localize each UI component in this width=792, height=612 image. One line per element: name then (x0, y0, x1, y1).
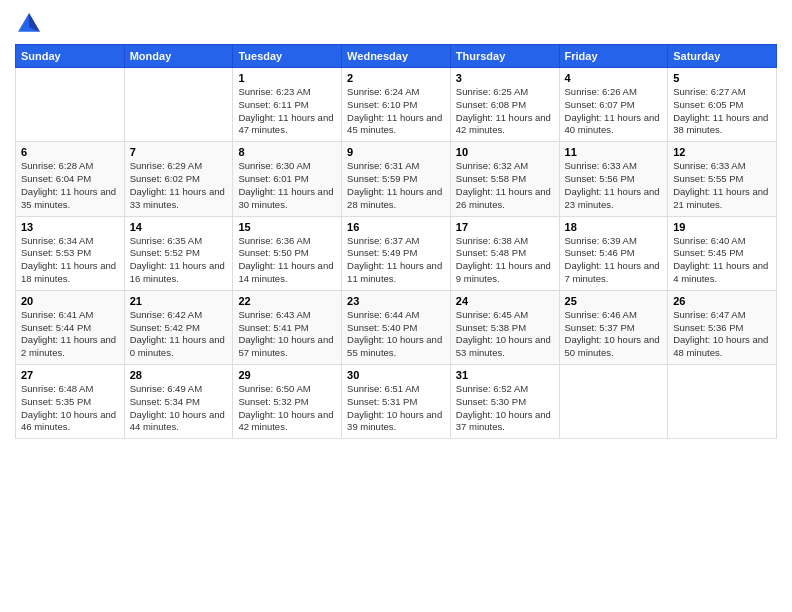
day-number: 1 (238, 72, 336, 84)
week-row-4: 20Sunrise: 6:41 AM Sunset: 5:44 PM Dayli… (16, 290, 777, 364)
header (15, 10, 777, 38)
logo-icon (15, 10, 43, 38)
day-info: Sunrise: 6:27 AM Sunset: 6:05 PM Dayligh… (673, 86, 771, 137)
day-cell: 2Sunrise: 6:24 AM Sunset: 6:10 PM Daylig… (342, 68, 451, 142)
col-header-wednesday: Wednesday (342, 45, 451, 68)
day-cell: 5Sunrise: 6:27 AM Sunset: 6:05 PM Daylig… (668, 68, 777, 142)
day-number: 3 (456, 72, 554, 84)
day-number: 4 (565, 72, 663, 84)
day-number: 16 (347, 221, 445, 233)
day-info: Sunrise: 6:39 AM Sunset: 5:46 PM Dayligh… (565, 235, 663, 286)
day-number: 18 (565, 221, 663, 233)
day-number: 12 (673, 146, 771, 158)
day-cell: 10Sunrise: 6:32 AM Sunset: 5:58 PM Dayli… (450, 142, 559, 216)
day-cell: 4Sunrise: 6:26 AM Sunset: 6:07 PM Daylig… (559, 68, 668, 142)
day-info: Sunrise: 6:43 AM Sunset: 5:41 PM Dayligh… (238, 309, 336, 360)
day-cell: 19Sunrise: 6:40 AM Sunset: 5:45 PM Dayli… (668, 216, 777, 290)
day-info: Sunrise: 6:23 AM Sunset: 6:11 PM Dayligh… (238, 86, 336, 137)
day-number: 2 (347, 72, 445, 84)
day-number: 29 (238, 369, 336, 381)
day-number: 27 (21, 369, 119, 381)
day-number: 5 (673, 72, 771, 84)
day-info: Sunrise: 6:29 AM Sunset: 6:02 PM Dayligh… (130, 160, 228, 211)
day-cell (668, 365, 777, 439)
day-number: 24 (456, 295, 554, 307)
day-number: 13 (21, 221, 119, 233)
day-info: Sunrise: 6:37 AM Sunset: 5:49 PM Dayligh… (347, 235, 445, 286)
day-number: 20 (21, 295, 119, 307)
col-header-monday: Monday (124, 45, 233, 68)
day-number: 26 (673, 295, 771, 307)
day-info: Sunrise: 6:28 AM Sunset: 6:04 PM Dayligh… (21, 160, 119, 211)
day-number: 9 (347, 146, 445, 158)
day-number: 17 (456, 221, 554, 233)
day-cell: 29Sunrise: 6:50 AM Sunset: 5:32 PM Dayli… (233, 365, 342, 439)
day-cell: 13Sunrise: 6:34 AM Sunset: 5:53 PM Dayli… (16, 216, 125, 290)
day-cell (559, 365, 668, 439)
day-cell: 31Sunrise: 6:52 AM Sunset: 5:30 PM Dayli… (450, 365, 559, 439)
day-cell: 3Sunrise: 6:25 AM Sunset: 6:08 PM Daylig… (450, 68, 559, 142)
day-cell (16, 68, 125, 142)
day-number: 19 (673, 221, 771, 233)
day-info: Sunrise: 6:48 AM Sunset: 5:35 PM Dayligh… (21, 383, 119, 434)
day-cell: 20Sunrise: 6:41 AM Sunset: 5:44 PM Dayli… (16, 290, 125, 364)
day-cell: 14Sunrise: 6:35 AM Sunset: 5:52 PM Dayli… (124, 216, 233, 290)
col-header-sunday: Sunday (16, 45, 125, 68)
day-number: 14 (130, 221, 228, 233)
day-number: 10 (456, 146, 554, 158)
day-info: Sunrise: 6:52 AM Sunset: 5:30 PM Dayligh… (456, 383, 554, 434)
day-info: Sunrise: 6:35 AM Sunset: 5:52 PM Dayligh… (130, 235, 228, 286)
day-cell: 28Sunrise: 6:49 AM Sunset: 5:34 PM Dayli… (124, 365, 233, 439)
day-number: 22 (238, 295, 336, 307)
day-cell: 9Sunrise: 6:31 AM Sunset: 5:59 PM Daylig… (342, 142, 451, 216)
day-info: Sunrise: 6:41 AM Sunset: 5:44 PM Dayligh… (21, 309, 119, 360)
day-info: Sunrise: 6:33 AM Sunset: 5:56 PM Dayligh… (565, 160, 663, 211)
day-info: Sunrise: 6:30 AM Sunset: 6:01 PM Dayligh… (238, 160, 336, 211)
day-cell: 15Sunrise: 6:36 AM Sunset: 5:50 PM Dayli… (233, 216, 342, 290)
day-info: Sunrise: 6:31 AM Sunset: 5:59 PM Dayligh… (347, 160, 445, 211)
day-cell: 30Sunrise: 6:51 AM Sunset: 5:31 PM Dayli… (342, 365, 451, 439)
day-cell (124, 68, 233, 142)
day-cell: 1Sunrise: 6:23 AM Sunset: 6:11 PM Daylig… (233, 68, 342, 142)
day-number: 7 (130, 146, 228, 158)
col-header-thursday: Thursday (450, 45, 559, 68)
day-info: Sunrise: 6:50 AM Sunset: 5:32 PM Dayligh… (238, 383, 336, 434)
day-cell: 23Sunrise: 6:44 AM Sunset: 5:40 PM Dayli… (342, 290, 451, 364)
page: SundayMondayTuesdayWednesdayThursdayFrid… (0, 0, 792, 612)
day-number: 30 (347, 369, 445, 381)
week-row-3: 13Sunrise: 6:34 AM Sunset: 5:53 PM Dayli… (16, 216, 777, 290)
day-info: Sunrise: 6:42 AM Sunset: 5:42 PM Dayligh… (130, 309, 228, 360)
day-info: Sunrise: 6:36 AM Sunset: 5:50 PM Dayligh… (238, 235, 336, 286)
day-cell: 8Sunrise: 6:30 AM Sunset: 6:01 PM Daylig… (233, 142, 342, 216)
col-header-tuesday: Tuesday (233, 45, 342, 68)
day-cell: 11Sunrise: 6:33 AM Sunset: 5:56 PM Dayli… (559, 142, 668, 216)
day-info: Sunrise: 6:24 AM Sunset: 6:10 PM Dayligh… (347, 86, 445, 137)
day-info: Sunrise: 6:32 AM Sunset: 5:58 PM Dayligh… (456, 160, 554, 211)
day-number: 28 (130, 369, 228, 381)
day-info: Sunrise: 6:46 AM Sunset: 5:37 PM Dayligh… (565, 309, 663, 360)
day-info: Sunrise: 6:40 AM Sunset: 5:45 PM Dayligh… (673, 235, 771, 286)
day-number: 31 (456, 369, 554, 381)
day-cell: 18Sunrise: 6:39 AM Sunset: 5:46 PM Dayli… (559, 216, 668, 290)
day-info: Sunrise: 6:25 AM Sunset: 6:08 PM Dayligh… (456, 86, 554, 137)
day-cell: 25Sunrise: 6:46 AM Sunset: 5:37 PM Dayli… (559, 290, 668, 364)
day-number: 23 (347, 295, 445, 307)
day-cell: 17Sunrise: 6:38 AM Sunset: 5:48 PM Dayli… (450, 216, 559, 290)
day-number: 6 (21, 146, 119, 158)
day-cell: 27Sunrise: 6:48 AM Sunset: 5:35 PM Dayli… (16, 365, 125, 439)
day-info: Sunrise: 6:45 AM Sunset: 5:38 PM Dayligh… (456, 309, 554, 360)
day-number: 25 (565, 295, 663, 307)
day-cell: 21Sunrise: 6:42 AM Sunset: 5:42 PM Dayli… (124, 290, 233, 364)
day-info: Sunrise: 6:47 AM Sunset: 5:36 PM Dayligh… (673, 309, 771, 360)
day-cell: 16Sunrise: 6:37 AM Sunset: 5:49 PM Dayli… (342, 216, 451, 290)
day-info: Sunrise: 6:34 AM Sunset: 5:53 PM Dayligh… (21, 235, 119, 286)
day-info: Sunrise: 6:51 AM Sunset: 5:31 PM Dayligh… (347, 383, 445, 434)
day-cell: 26Sunrise: 6:47 AM Sunset: 5:36 PM Dayli… (668, 290, 777, 364)
day-number: 8 (238, 146, 336, 158)
col-header-friday: Friday (559, 45, 668, 68)
col-header-saturday: Saturday (668, 45, 777, 68)
week-row-1: 1Sunrise: 6:23 AM Sunset: 6:11 PM Daylig… (16, 68, 777, 142)
header-row: SundayMondayTuesdayWednesdayThursdayFrid… (16, 45, 777, 68)
day-cell: 12Sunrise: 6:33 AM Sunset: 5:55 PM Dayli… (668, 142, 777, 216)
day-number: 15 (238, 221, 336, 233)
